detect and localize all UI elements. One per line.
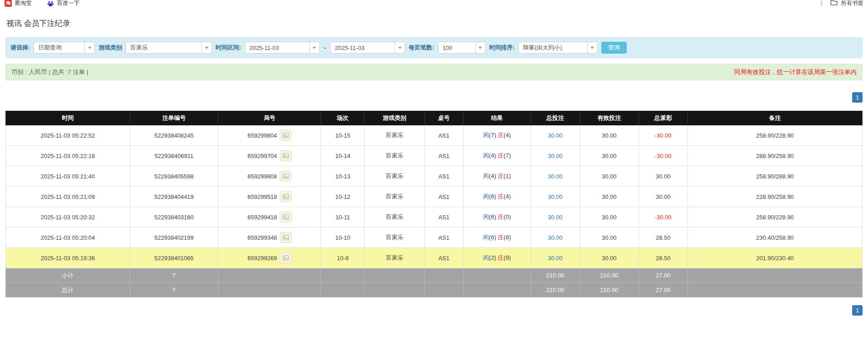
round-result-image-icon[interactable] [280,150,292,161]
result-banker-count: (0) [504,213,511,220]
cell-bet-id: 522938403160 [130,207,218,227]
result-player-count: (7) [489,132,496,138]
cell-result: 闲(2) 庄(9) [463,248,531,268]
time-sort-select[interactable]: 降冪(由大到小) [518,42,598,54]
bookmarks-divider [821,0,822,6]
cell-time: 2025-11-03 05:21:40 [6,166,130,187]
table-cell [321,268,365,283]
total-bet-link[interactable]: 30.00 [548,153,563,159]
cell-payout: -30.00 [639,125,688,146]
cell-table-number: AS1 [424,166,463,187]
column-header: 桌号 [424,111,463,125]
result-player-count: (6) [489,213,496,220]
column-header: 场次 [321,111,365,125]
round-id: 659299804 [248,132,277,139]
cell-round-id: 659299269 [218,248,321,268]
cell-time: 2025-11-03 05:22:52 [6,125,130,146]
round-id: 659299704 [248,153,277,159]
cell-note: 201.90/230.40 [688,248,862,268]
result-player: 闲 [483,213,489,220]
column-header: 总派彩 [639,111,688,125]
bookmark-aitaobao[interactable]: 淘 爱淘宝 [5,0,32,7]
pagination-page-1-top[interactable]: 1 [852,92,863,103]
round-result-image-icon[interactable] [280,232,292,243]
date-from-input[interactable]: 2025-11-03 [245,42,320,54]
subtotal-valid-bet: 210.00 [580,268,639,283]
cell-note: 258.90/288.90 [688,166,862,187]
result-player: 闲 [483,254,489,261]
game-category-select[interactable]: 百家乐 [126,42,212,54]
table-cell [321,283,365,297]
cell-result: 闲(6) 庄(8) [463,227,531,248]
table-row: 2025-11-03 05:19:36522938401065659299269… [6,248,863,268]
column-header: 总投注 [531,111,580,125]
bookmark-baidu[interactable]: 百度一下 [47,0,80,7]
page-size-select[interactable]: 100 [438,42,486,54]
total-bet-link[interactable]: 30.00 [548,173,563,180]
query-type-select[interactable]: 日期查询 [34,42,95,54]
cell-session: 10-9 [321,248,365,268]
total-bet-link[interactable]: 30.00 [548,193,563,200]
taobao-icon: 淘 [5,0,12,7]
table-row: 2025-11-03 05:22:18522938406911659299704… [6,146,863,166]
all-bookmarks-button[interactable]: 所有书签 [830,0,863,7]
cell-note: 258.90/228.90 [688,125,862,146]
cell-payout: 30.00 [639,187,688,207]
cell-valid-bet: 30.00 [580,207,639,227]
table-cell [218,283,321,297]
cell-total-bet: 30.00 [531,166,580,187]
round-result-image-icon[interactable] [280,252,292,263]
query-button[interactable]: 查询 [601,42,627,54]
result-player: 闲 [483,193,489,200]
cell-game-category: 百家乐 [365,125,424,146]
total-label: 总计 [6,283,130,297]
cell-game-category: 百家乐 [365,248,424,268]
baidu-icon [47,0,54,7]
cell-table-number: AS1 [424,187,463,207]
cell-session: 10-15 [321,125,365,146]
result-player: 闲 [483,132,489,138]
cell-session: 10-11 [321,207,365,227]
round-id: 659299269 [248,255,277,262]
page-title: 视讯 会员下注纪录 [6,18,868,29]
cell-valid-bet: 30.00 [580,125,639,146]
total-total-bet: 210.00 [531,283,580,297]
table-cell [424,283,463,297]
cell-time: 2025-11-03 05:21:09 [6,187,130,207]
cell-total-bet: 30.00 [531,146,580,166]
total-bet-link[interactable]: 30.00 [548,132,563,139]
round-result-image-icon[interactable] [280,191,292,202]
bookmark-label: 百度一下 [57,0,80,7]
result-banker-count: (9) [504,254,511,261]
date-range-separator: ~ [323,45,327,51]
cell-session: 10-12 [321,187,365,207]
total-bet-link[interactable]: 30.00 [548,214,563,221]
total-count: 7 [130,283,218,297]
result-player-count: (4) [489,173,496,179]
cell-time: 2025-11-03 05:20:32 [6,207,130,227]
round-result-image-icon[interactable] [280,171,292,182]
page-size-label: 每页笔数: [409,44,434,52]
round-result-image-icon[interactable] [280,212,292,223]
result-banker: 庄 [498,234,504,241]
result-banker-count: (8) [504,234,511,241]
total-valid-bet: 210.00 [580,283,639,297]
bets-table: 时间注单编号局号场次游戏类别桌号结果总投注有效投注总派彩备注 2025-11-0… [5,111,863,297]
pagination-page-1-bottom[interactable]: 1 [852,305,863,316]
column-header: 有效投注 [580,111,639,125]
date-to-input[interactable]: 2025-11-03 [330,42,405,54]
cell-result: 闲(4) 庄(7) [463,146,531,166]
round-result-image-icon[interactable] [280,130,292,141]
cell-result: 闲(7) 庄(4) [463,125,531,146]
summary-notice: 同局有效投注，统一计算在该局第一张注单内 [734,68,857,76]
filter-panel: 请选择: 日期查询 游戏类别 百家乐 时间区间: 2025-11-03 ~ 20… [5,37,863,58]
cell-bet-id: 522938406911 [130,146,218,166]
total-bet-link[interactable]: 30.00 [548,234,563,241]
total-bet-link[interactable]: 30.00 [548,255,563,262]
round-id: 659299518 [248,193,277,200]
subtotal-count: 7 [130,268,218,283]
time-sort-label: 时间排序: [489,44,515,52]
table-row: 2025-11-03 05:21:40522938405598659299608… [6,166,863,187]
round-id: 659299348 [248,234,277,241]
cell-total-bet: 30.00 [531,207,580,227]
